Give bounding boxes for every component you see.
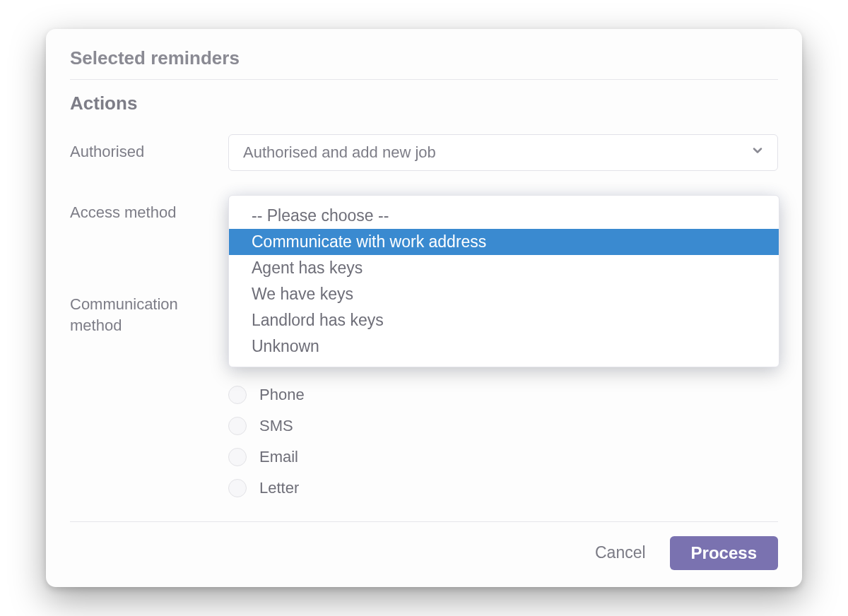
authorised-select-value: Authorised and add new job — [243, 143, 436, 162]
access-method-option-placeholder[interactable]: -- Please choose -- — [229, 203, 779, 229]
radio-sms-label: SMS — [259, 417, 293, 435]
communication-method-label: Communication method — [70, 287, 211, 336]
process-button[interactable]: Process — [670, 536, 778, 570]
access-method-label: Access method — [70, 195, 211, 223]
radio-icon — [228, 417, 247, 435]
modal-inner: Selected reminders Actions Authorised Au… — [46, 29, 802, 587]
radio-phone-label: Phone — [259, 386, 305, 404]
authorised-select[interactable]: Authorised and add new job — [228, 134, 778, 171]
authorised-control: Authorised and add new job — [228, 134, 778, 171]
access-method-option-unknown[interactable]: Unknown — [229, 333, 779, 360]
radio-phone[interactable]: Phone — [228, 386, 778, 404]
selected-reminders-title: Selected reminders — [70, 47, 778, 69]
radio-icon — [228, 479, 247, 497]
cancel-button[interactable]: Cancel — [592, 539, 649, 567]
access-method-option-landlord-keys[interactable]: Landlord has keys — [229, 307, 779, 333]
authorised-label: Authorised — [70, 134, 211, 162]
radio-letter[interactable]: Letter — [228, 479, 778, 497]
communication-method-radios: Phone SMS Email Letter — [228, 380, 778, 497]
access-method-dropdown[interactable]: -- Please choose -- Communicate with wor… — [228, 195, 779, 367]
access-method-option-communicate[interactable]: Communicate with work address — [229, 229, 779, 255]
access-method-row: Access method -- Please choose -- Commun… — [70, 195, 778, 223]
radio-letter-label: Letter — [259, 479, 299, 497]
modal-footer: Cancel Process — [70, 521, 778, 570]
radio-email[interactable]: Email — [228, 448, 778, 466]
authorised-row: Authorised Authorised and add new job — [70, 134, 778, 171]
actions-title: Actions — [70, 93, 778, 114]
modal-card: Selected reminders Actions Authorised Au… — [46, 29, 802, 587]
divider — [70, 79, 778, 80]
radio-sms[interactable]: SMS — [228, 417, 778, 435]
access-method-option-we-have-keys[interactable]: We have keys — [229, 281, 779, 307]
radio-icon — [228, 448, 247, 466]
radio-icon — [228, 386, 247, 404]
chevron-down-icon — [750, 143, 765, 162]
radio-email-label: Email — [259, 448, 298, 466]
access-method-option-agent-keys[interactable]: Agent has keys — [229, 255, 779, 281]
